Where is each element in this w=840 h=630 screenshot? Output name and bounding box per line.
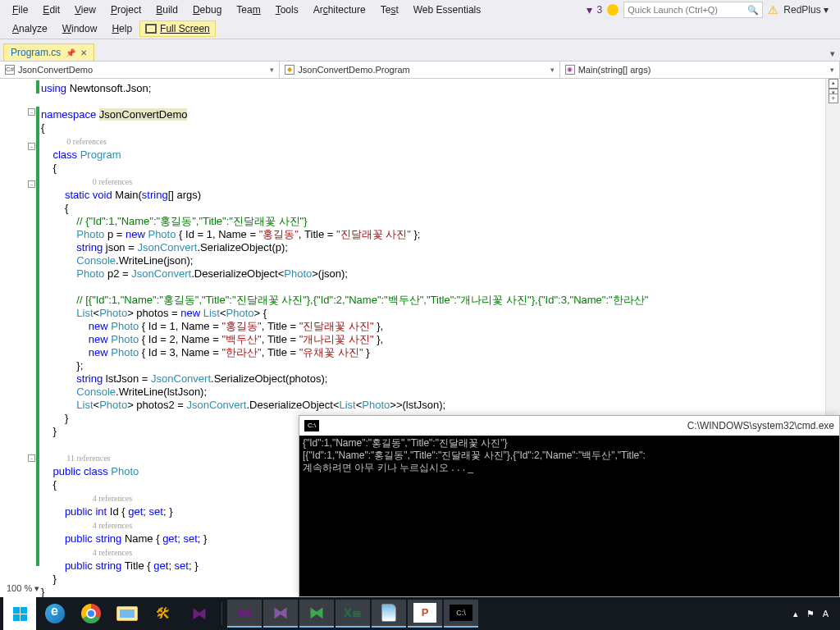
menu-test[interactable]: Test [373,2,406,18]
menu-edit[interactable]: Edit [35,2,67,18]
taskbar: 🛠 ⧓ ⧓ ⧓ ⧓ X≣ P C:\ ▴ ⚑ A [0,597,840,630]
taskbar-vs-running-1[interactable]: ⧓ [227,600,262,628]
taskbar-vs-running-2[interactable]: ⧓ [263,600,298,628]
menu-help[interactable]: Help [104,21,139,37]
cmd-icon: C:\ [304,420,319,431]
notepad-icon [381,604,396,622]
taskbar-cmd[interactable]: C:\ [444,600,478,628]
fullscreen-button[interactable]: Full Screen [139,21,216,37]
close-icon[interactable]: ✕ [80,48,87,57]
folder-icon [116,606,138,621]
notification-count[interactable]: 3 [597,4,603,16]
feedback-icon[interactable] [607,4,619,16]
taskbar-explorer[interactable] [110,600,144,628]
vs-icon: ⧓ [192,605,207,623]
chevron-down-icon: ▾ [270,66,274,74]
menu-webessentials[interactable]: Web Essentials [406,2,488,18]
class-icon: ◆ [285,65,294,75]
taskbar-chrome[interactable] [74,600,108,628]
outline-column: - - - - [26,79,36,597]
taskbar-tools[interactable]: 🛠 [146,600,180,628]
tab-overflow[interactable]: ▾ [825,47,840,61]
fullscreen-icon [145,24,157,34]
vs-icon: ⧓ [237,604,252,622]
tab-bar: Program.cs 📌 ✕ ▾ [0,39,840,61]
quick-launch-input[interactable]: Quick Launch (Ctrl+Q)🔍 [623,2,763,18]
cmd-icon: C:\ [450,605,472,621]
ime-indicator[interactable]: A [823,609,829,619]
menu-window[interactable]: Window [55,21,105,37]
search-icon: 🔍 [747,5,759,16]
menu-view[interactable]: View [67,2,103,18]
taskbar-vs-running-3[interactable]: ⧓ [299,600,334,628]
nav-method-dropdown[interactable]: ◉Main(string[] args)▾ [560,62,840,78]
zoom-level[interactable]: 100 % ▾ [7,583,39,594]
expand-icon[interactable]: + [829,94,838,103]
codelens-references[interactable]: 0 references [66,137,107,146]
menubar: File Edit View Project Build Debug Team … [0,0,840,39]
navigation-bar: C#JsonConvertDemo▾ ◆JsonConvertDemo.Prog… [0,61,840,79]
editor-gutter [0,79,26,597]
pin-icon[interactable]: 📌 [66,48,75,57]
user-label[interactable]: RedPlus ▾ [783,4,829,16]
nav-class-dropdown[interactable]: ◆JsonConvertDemo.Program▾ [280,62,559,78]
chevron-down-icon: ▾ [550,66,555,74]
warning-icon[interactable]: ⚠ [768,3,778,16]
file-tab-program-cs[interactable]: Program.cs 📌 ✕ [3,43,94,61]
menu-project[interactable]: Project [103,2,148,18]
codelens-references[interactable]: 4 references [93,494,133,503]
start-button[interactable] [3,597,36,630]
vs-icon: ⧓ [309,604,324,622]
tray-chevron-icon[interactable]: ▴ [793,609,798,619]
change-indicator [36,79,41,597]
powerpoint-icon: P [413,603,436,623]
menu-debug[interactable]: Debug [185,2,229,18]
taskbar-separator [221,602,222,625]
taskbar-powerpoint[interactable]: P [408,600,442,628]
taskbar-ie[interactable] [38,600,72,628]
fold-toggle[interactable]: - [28,454,35,462]
excel-icon: X≣ [344,606,361,619]
windows-icon [13,607,27,621]
menu-tools[interactable]: Tools [268,2,306,18]
console-titlebar[interactable]: C:\ C:\WINDOWS\system32\cmd.exe [299,416,839,436]
menu-team[interactable]: Team [229,2,267,18]
codelens-references[interactable]: 4 references [93,548,133,557]
tool-icon: 🛠 [156,605,171,623]
method-icon: ◉ [565,65,575,75]
fold-toggle[interactable]: - [28,143,35,150]
vs-icon: ⧓ [273,604,288,622]
tray-flag-icon[interactable]: ⚑ [806,609,815,619]
system-tray[interactable]: ▴ ⚑ A [793,609,837,619]
console-window[interactable]: C:\ C:\WINDOWS\system32\cmd.exe {"Id":1,… [299,415,840,597]
menu-build[interactable]: Build [148,2,185,18]
ie-icon [45,604,65,623]
fold-toggle[interactable]: - [28,108,35,116]
menu-file[interactable]: File [5,2,35,18]
flag-icon[interactable]: ▾ [587,3,592,16]
fold-toggle[interactable]: - [28,180,35,188]
csharp-icon: C# [5,65,15,75]
codelens-references[interactable]: 11 references [66,454,110,463]
taskbar-notepad[interactable] [372,600,406,628]
taskbar-excel[interactable]: X≣ [336,600,370,628]
chevron-down-icon: ▾ [830,66,834,74]
nav-project-dropdown[interactable]: C#JsonConvertDemo▾ [0,62,280,78]
menu-analyze[interactable]: Analyze [5,21,55,37]
codelens-references[interactable]: 4 references [93,521,133,530]
tab-label: Program.cs [11,47,61,58]
menu-architecture[interactable]: Architecture [306,2,373,18]
console-output: {"Id":1,"Name":"홍길동","Title":"진달래꽃 사진"} … [299,436,839,596]
chrome-icon [81,604,101,623]
codelens-references[interactable]: 0 references [93,177,133,186]
console-title-text: C:\WINDOWS\system32\cmd.exe [687,420,834,431]
taskbar-vs[interactable]: ⧓ [182,600,217,628]
